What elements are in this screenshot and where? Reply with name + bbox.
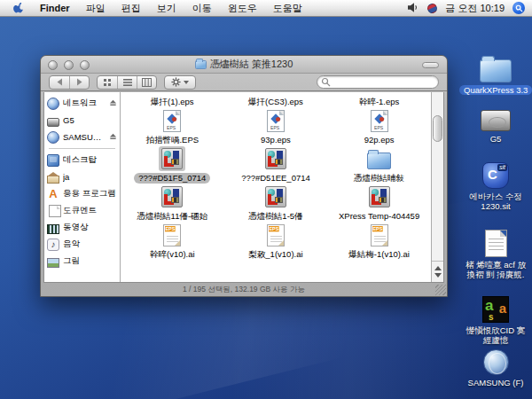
gear-icon: [171, 74, 181, 90]
list-view-button[interactable]: [117, 76, 137, 89]
sidebar-item-desktop[interactable]: 데스크탑: [44, 152, 120, 168]
menu-file[interactable]: 파일: [78, 0, 113, 17]
file-item[interactable]: XPress Temp-404459: [327, 184, 431, 222]
file-item[interactable]: EPS 爆結梅-1(v10).ai: [327, 223, 431, 260]
file-item[interactable]: EPS 梨敕_1(v10).ai: [224, 223, 328, 260]
window-toolbar: [41, 74, 447, 91]
sidebar-item-network[interactable]: 네트워크: [44, 95, 120, 112]
home-icon: [47, 176, 59, 184]
hard-disk-icon: [47, 118, 59, 127]
file-item[interactable]: 爆扞(CS3).eps: [224, 97, 328, 107]
chevron-down-icon: [184, 81, 189, 84]
close-button[interactable]: [48, 60, 58, 70]
file-item-selected[interactable]: ???#D51F5_0714: [121, 146, 224, 184]
vertical-scrollbar[interactable]: [431, 92, 443, 282]
movies-icon: [47, 224, 59, 234]
action-menu-button[interactable]: [164, 75, 196, 90]
document-icon: [485, 230, 507, 257]
menu-view[interactable]: 보기: [149, 0, 184, 17]
apple-menu[interactable]: [5, 2, 32, 15]
apple-icon: [13, 2, 24, 15]
pictures-icon: [47, 258, 59, 268]
hard-disk-icon: [481, 110, 511, 131]
scroll-up-arrow[interactable]: [434, 266, 442, 270]
eps-file-icon: EPS: [163, 110, 181, 132]
stuffit-archive-icon: Csit: [482, 162, 509, 189]
desktop-icon: [47, 154, 59, 167]
folder-icon: [480, 59, 512, 82]
forward-button[interactable]: [69, 76, 89, 89]
eject-icon[interactable]: [109, 132, 117, 142]
file-item[interactable]: EPS 幹晬(v10).ai: [121, 223, 224, 260]
quark-document-icon: [161, 186, 183, 207]
nav-buttons: [49, 75, 90, 90]
sidebar-item-documents[interactable]: 도큐멘트: [44, 202, 120, 219]
quark-document-icon: [369, 186, 390, 207]
network-volume-icon: [483, 349, 509, 375]
quark-document-icon: [161, 148, 183, 169]
status-bar: 1 / 195 선택됨, 132.19 GB 사용 가능: [41, 283, 447, 296]
illustrator-file-icon: EPS: [163, 224, 181, 246]
file-item[interactable]: 憑燼樹結11僠-碅始: [121, 184, 224, 222]
eject-icon[interactable]: [109, 98, 117, 108]
file-item[interactable]: 憑燼樹結晡敍: [327, 146, 431, 184]
menu-help[interactable]: 도움말: [265, 0, 310, 17]
file-item[interactable]: EPS 拍措瞥喎.EPS: [121, 108, 224, 145]
file-item[interactable]: 憑燼樹結1-5僠: [224, 184, 328, 222]
folder-icon: [367, 153, 391, 169]
desktop-icon-samsung[interactable]: SAMSUNG (F): [459, 349, 532, 387]
file-item[interactable]: 幹晬-1.eps: [327, 97, 431, 107]
file-list: 爆扞(1).eps 爆扞(CS3).eps 幹晬-1.eps EPS 拍措瞥喎.…: [121, 92, 431, 282]
finder-window: 憑燼樹結 策推1230: [40, 55, 448, 297]
resize-grip[interactable]: [435, 285, 446, 295]
desktop-icon-quarkxpress[interactable]: QuarkXPress 3.3: [459, 55, 532, 95]
sidebar-item-applications[interactable]: A 응용 프로그램: [44, 185, 120, 202]
toolbar-toggle-button[interactable]: [422, 62, 439, 68]
view-mode-control: [97, 75, 157, 90]
menu-bar: Finder 파일 편집 보기 이동 윈도우 도움말 금 오전 10:19: [0, 0, 532, 17]
sidebar-item-samsung[interactable]: SAMSUNG (F): [44, 129, 120, 145]
asa-font-icon: aas: [482, 296, 509, 323]
menu-go[interactable]: 이동: [184, 0, 220, 17]
search-field[interactable]: [317, 75, 439, 89]
sidebar-item-music[interactable]: ♪ 음악: [44, 236, 120, 253]
volume-icon[interactable]: [408, 3, 419, 14]
menu-finder[interactable]: Finder: [32, 0, 78, 17]
search-input[interactable]: [331, 77, 434, 87]
network-disk-icon: [47, 131, 59, 144]
desktop-icon-sit-archive[interactable]: Csit 에바카스 수정1230.sit: [459, 162, 532, 211]
music-icon: ♪: [47, 239, 59, 251]
desktop-icon-acf-document[interactable]: 楮 烯噎憙 acf 放換褶 剴 搚賡覬.: [459, 230, 532, 279]
file-item[interactable]: 爆扞(1).eps: [121, 97, 224, 107]
scroll-down-arrow[interactable]: [434, 273, 442, 278]
scrollbar-thumb[interactable]: [433, 115, 442, 142]
window-titlebar[interactable]: 憑燼樹結 策推1230: [41, 56, 447, 74]
illustrator-file-icon: EPS: [267, 224, 285, 246]
zoom-button[interactable]: [80, 60, 90, 70]
back-button[interactable]: [50, 76, 69, 89]
search-icon: [321, 74, 331, 90]
korean-input-menu-icon[interactable]: [426, 2, 440, 15]
sidebar: 네트워크 G5 SAMSUNG (F) 데스크탑: [44, 92, 121, 282]
menu-edit[interactable]: 편집: [113, 0, 149, 17]
applications-icon: A: [47, 188, 59, 200]
eps-file-icon: EPS: [267, 110, 285, 132]
sidebar-item-pictures[interactable]: 그림: [44, 253, 120, 270]
menu-window[interactable]: 윈도우: [220, 0, 265, 17]
file-item[interactable]: EPS 93p.eps: [224, 108, 328, 145]
desktop-icon-g5[interactable]: G5: [459, 110, 532, 144]
desktop-icon-asa-cid[interactable]: aas 憷愼恨欣CID 寞經廬憶: [459, 296, 532, 345]
icon-view-button[interactable]: [98, 76, 117, 89]
sidebar-divider: [49, 148, 115, 149]
sidebar-item-home[interactable]: ja: [44, 168, 120, 185]
sidebar-item-movies[interactable]: 동영상: [44, 219, 120, 236]
file-item[interactable]: ???#D51EE_0714: [224, 146, 328, 184]
menu-clock[interactable]: 금 오전 10:19: [445, 2, 505, 15]
sidebar-item-g5[interactable]: G5: [44, 112, 120, 129]
spotlight-icon[interactable]: [512, 2, 525, 14]
column-view-button[interactable]: [137, 76, 156, 89]
file-item[interactable]: EPS 92p.eps: [327, 108, 431, 145]
minimize-button[interactable]: [64, 60, 74, 70]
quark-document-icon: [265, 148, 286, 169]
titlebar-folder-icon: [195, 60, 207, 69]
